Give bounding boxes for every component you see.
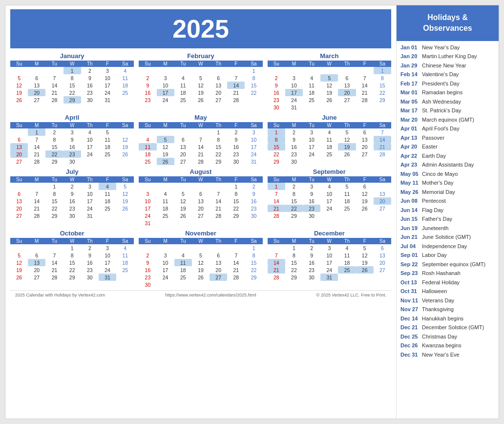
table-row: 18 [157,205,174,212]
table-row: 12 [338,136,356,143]
holiday-date: Nov 27 [400,305,422,314]
table-row: 9 [139,259,156,266]
table-row: 12 [10,82,28,89]
table-row: 8 [227,190,245,197]
table-row: 18 [320,143,338,150]
table-row: 7 [210,190,227,197]
list-item: Dec 26Kwanzaa begins [397,341,499,350]
table-row: 4 [338,244,356,252]
table-row: 27 [28,96,45,104]
table-row: 6 [338,74,356,82]
table-row: 4 [174,252,192,259]
table-row: 19 [116,197,134,205]
holiday-date: Jan 20 [400,52,422,61]
list-item: Jun 08Pentecost [397,196,499,206]
table-row [10,67,28,74]
month-december: December SuMTuWThFSa 1 2 3 4 5 6 [268,230,391,288]
table-row: 5 [157,136,174,143]
table-row: 12 [116,136,134,143]
table-row: 23 [63,150,81,158]
table-row: 31 [99,274,116,281]
table-row: 29 [285,212,303,219]
table-row: 9 [139,82,156,89]
table-row [174,128,192,136]
table-row: 27 [10,158,28,165]
holiday-date: Jun 14 [400,206,422,214]
holiday-name: Juneteenth [422,224,448,233]
table-row [268,244,285,252]
holiday-name: Veterans Day [422,297,454,305]
table-row [192,67,210,74]
table-row: 4 [157,190,174,197]
table-row [356,158,374,165]
month-title-december: December [268,230,391,237]
table-row [174,281,192,288]
table-row: 23 [227,150,245,158]
table-row: 9 [285,136,303,143]
list-item: Sep 22September equinox (GMT) [397,260,499,269]
holiday-date: Feb 14 [400,70,422,79]
table-row: 28 [227,274,245,281]
table-row [338,212,356,219]
table-row: 28 [45,96,63,104]
table-row: 23 [285,150,303,158]
table-row: 17 [81,197,99,205]
holiday-date: Dec 31 [400,351,422,359]
holiday-date: Jun 15 [400,215,422,223]
table-row: 13 [210,82,227,89]
table-row: 3 [157,74,174,82]
table-row [227,281,245,288]
table-row: 18 [303,89,320,96]
table-row [338,104,356,111]
table-row: 16 [227,143,245,150]
table-row: 22 [245,266,262,274]
holiday-date: Jul 04 [400,242,422,251]
holiday-name: Independence Day [422,242,467,251]
table-row: 24 [157,274,174,281]
table-row: 29 [45,212,63,219]
table-row: 27 [374,266,391,274]
list-item: Mar 20March equinox (GMT) [397,115,499,125]
month-november: November SuMTuWThFSa 1 [139,230,262,288]
table-row: 22 [45,150,63,158]
month-july: July SuMTuWThFSa 1 2 3 4 5 [10,168,134,227]
table-row: 11 [338,252,356,259]
list-item: Apr 01April Fool's Day [397,124,499,133]
table-row: 4 [99,183,116,190]
table-row [116,274,134,281]
table-row: 9 [268,82,285,89]
month-may: May SuMTuWThFSa 1 2 3 [139,114,262,165]
table-row: 5 [99,128,116,136]
table-row: 3 [99,244,116,252]
table-row [227,219,245,227]
table-row [210,183,227,190]
table-row [139,183,156,190]
table-row: 11 [320,136,338,143]
month-title-july: July [10,168,134,175]
table-row: 11 [157,197,174,205]
table-row: 8 [63,252,81,259]
table-row: 17 [320,197,338,205]
holiday-name: Martin Luther King Day [422,52,477,61]
table-row: 11 [174,82,192,89]
table-row: 4 [174,74,192,82]
holiday-date: Sep 23 [400,269,422,277]
table-row: 1 [63,244,81,252]
holiday-date: Dec 21 [400,323,422,332]
table-row: 9 [81,74,99,82]
holiday-name: June Solstice (GMT) [422,233,471,241]
table-row [303,104,320,111]
table-row: 8 [245,74,262,82]
table-row: 5 [116,183,134,190]
table-row [157,67,174,74]
table-row: 1 [374,67,391,74]
table-row: 24 [245,150,262,158]
table-row [174,219,192,227]
list-item: Feb 14Valentine's Day [397,70,499,79]
table-row: 14 [268,259,285,266]
table-row: 5 [174,190,192,197]
holiday-name: Easter [422,143,438,151]
table-row: 20 [28,89,45,96]
table-row [116,212,134,219]
table-row: 10 [81,136,99,143]
